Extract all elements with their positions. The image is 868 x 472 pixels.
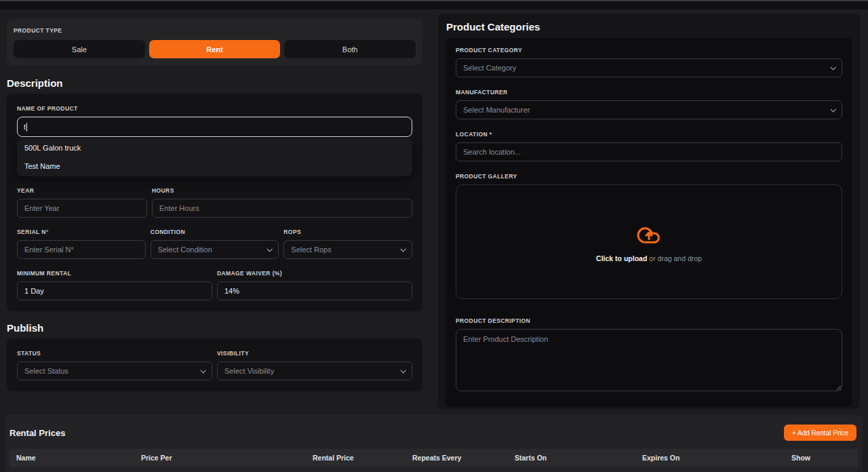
- product-categories-heading: Product Categories: [446, 21, 852, 33]
- suggestion-item[interactable]: 500L Galon truck: [17, 139, 412, 157]
- product-type-sale-button[interactable]: Sale: [14, 40, 145, 58]
- name-of-product-input[interactable]: t: [17, 117, 412, 137]
- product-description-label: PRODUCT DESCRIPTION: [456, 318, 842, 324]
- condition-select[interactable]: Select Condition: [151, 240, 279, 259]
- chevron-down-icon: [830, 64, 835, 70]
- publish-heading: Publish: [7, 322, 422, 334]
- name-suggestions: 500L Galon truckTest Name: [17, 138, 412, 176]
- condition-label: CONDITION: [151, 229, 279, 235]
- product-type-rent-button[interactable]: Rent: [149, 40, 281, 58]
- product-description-field: PRODUCT DESCRIPTION: [456, 318, 842, 394]
- rental-prices-heading: Rental Prices: [9, 428, 65, 438]
- product-type-label: PRODUCT TYPE: [14, 28, 416, 34]
- publish-card: STATUS Select Status VISIBILITY Select V…: [7, 338, 422, 391]
- product-categories-card: PRODUCT CATEGORY Select Category MANUFAC…: [446, 38, 852, 407]
- name-of-product-label: NAME OF PRODUCT: [17, 106, 412, 112]
- status-field: STATUS Select Status: [17, 351, 212, 380]
- hours-input[interactable]: [152, 199, 412, 218]
- table-column-header: Show: [791, 449, 810, 467]
- product-type-toggle: Sale Rent Both: [14, 40, 416, 58]
- table-column-header: Starts On: [515, 449, 547, 467]
- rops-select[interactable]: Select Rops: [283, 240, 412, 259]
- visibility-label: VISIBILITY: [217, 351, 412, 357]
- year-label: YEAR: [17, 188, 147, 194]
- name-of-product-value: t: [24, 123, 26, 131]
- upload-cloud-icon: [635, 222, 663, 246]
- status-select-value: Select Status: [24, 367, 68, 375]
- damage-waiver-field: DAMAGE WAIVER (%): [217, 271, 412, 300]
- chevron-down-icon: [400, 368, 406, 373]
- year-input[interactable]: [17, 199, 147, 218]
- chevron-down-icon: [400, 246, 406, 252]
- product-category-select[interactable]: Select Category: [456, 58, 842, 77]
- product-category-label: PRODUCT CATEGORY: [456, 47, 842, 54]
- condition-field: CONDITION Select Condition: [151, 229, 279, 259]
- product-category-select-value: Select Category: [463, 64, 516, 72]
- year-field: YEAR: [17, 188, 147, 218]
- upload-click-text: Click to upload: [596, 254, 647, 262]
- text-cursor: [26, 123, 27, 132]
- minimum-rental-input[interactable]: [17, 281, 212, 300]
- rops-select-value: Select Rops: [291, 245, 331, 254]
- location-field: LOCATION *: [456, 132, 842, 161]
- upload-drag-text: or drag and drop: [649, 254, 702, 262]
- status-label: STATUS: [17, 351, 212, 357]
- table-column-header: Price Per: [141, 449, 172, 467]
- product-categories-panel: Product Categories PRODUCT CATEGORY Sele…: [438, 14, 860, 409]
- manufacturer-select[interactable]: Select Manufacturer: [456, 100, 842, 119]
- location-search-input[interactable]: [456, 142, 842, 161]
- name-of-product-field: NAME OF PRODUCT t 500L Galon truckTest N…: [17, 106, 412, 176]
- manufacturer-field: MANUFACTURER Select Manufacturer: [456, 90, 842, 119]
- product-type-card: PRODUCT TYPE Sale Rent Both: [7, 19, 422, 65]
- visibility-select[interactable]: Select Visibility: [217, 361, 412, 380]
- suggestion-item[interactable]: Test Name: [17, 157, 412, 176]
- product-gallery-field: PRODUCT GALLERY Click to uploador drag a…: [456, 174, 842, 299]
- hours-label: HOURS: [152, 188, 412, 194]
- product-gallery-dropzone[interactable]: Click to uploador drag and drop: [456, 184, 842, 299]
- chevron-down-icon: [267, 246, 273, 252]
- upload-instructions: Click to uploador drag and drop: [596, 254, 702, 262]
- rental-prices-section: Rental Prices + Add Rental Price NamePri…: [5, 415, 863, 472]
- table-column-header: Name: [16, 449, 36, 467]
- visibility-select-value: Select Visibility: [224, 367, 274, 375]
- description-heading: Description: [7, 77, 422, 89]
- rops-label: ROPS: [283, 229, 412, 235]
- product-description-textarea[interactable]: [456, 329, 842, 391]
- visibility-field: VISIBILITY Select Visibility: [217, 351, 412, 380]
- minimum-rental-label: MINIMUM RENTAL: [17, 271, 212, 277]
- manufacturer-label: MANUFACTURER: [456, 90, 842, 96]
- product-gallery-label: PRODUCT GALLERY: [456, 174, 842, 180]
- chevron-down-icon: [830, 106, 835, 112]
- chevron-down-icon: [200, 368, 205, 373]
- serial-field: SERIAL N°: [17, 229, 146, 259]
- rental-prices-table-header-row: NamePrice PerRental PriceRepeats EverySt…: [9, 449, 859, 467]
- minimum-rental-field: MINIMUM RENTAL: [17, 271, 212, 300]
- table-column-header: Expires On: [642, 449, 679, 467]
- hours-field: HOURS: [152, 188, 412, 218]
- product-category-field: PRODUCT CATEGORY Select Category: [456, 47, 842, 77]
- serial-label: SERIAL N°: [17, 229, 146, 235]
- condition-select-value: Select Condition: [158, 245, 212, 254]
- manufacturer-select-value: Select Manufacturer: [463, 106, 530, 114]
- location-label: LOCATION *: [456, 132, 842, 138]
- product-type-both-button[interactable]: Both: [284, 40, 416, 58]
- table-column-header: Repeats Every: [412, 449, 461, 467]
- left-column: PRODUCT TYPE Sale Rent Both Description …: [7, 19, 422, 391]
- description-card: NAME OF PRODUCT t 500L Galon truckTest N…: [7, 94, 422, 311]
- damage-waiver-input[interactable]: [217, 281, 412, 300]
- damage-waiver-label: DAMAGE WAIVER (%): [217, 271, 412, 277]
- add-rental-price-button[interactable]: + Add Rental Price: [784, 425, 856, 441]
- status-select[interactable]: Select Status: [17, 361, 212, 380]
- top-bar: [0, 0, 868, 9]
- rops-field: ROPS Select Rops: [283, 229, 412, 259]
- table-column-header: Rental Price: [313, 449, 354, 467]
- serial-input[interactable]: [17, 240, 146, 259]
